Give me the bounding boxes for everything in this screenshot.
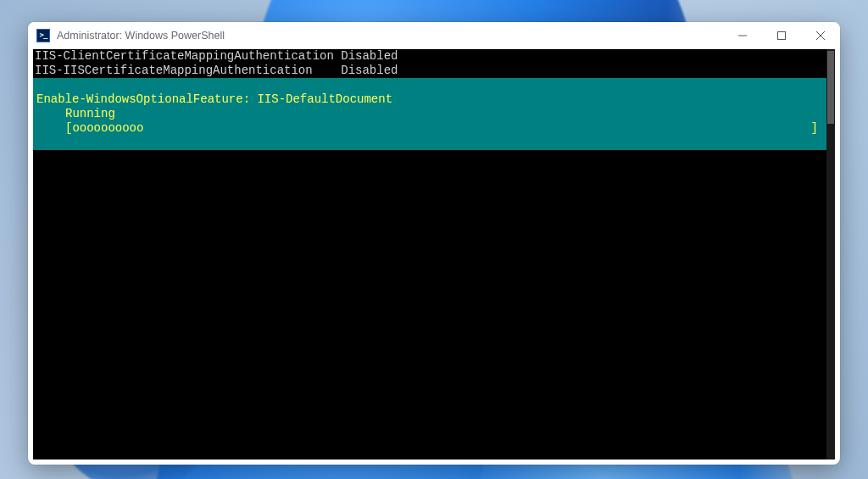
close-button[interactable] bbox=[801, 22, 840, 49]
progress-blank bbox=[35, 136, 825, 150]
minimize-button[interactable] bbox=[723, 22, 762, 49]
maximize-button[interactable] bbox=[762, 22, 801, 49]
window-controls bbox=[723, 22, 840, 49]
window-title: Administrator: Windows PowerShell bbox=[57, 30, 225, 42]
output-line: IIS-ClientCertificateMappingAuthenticati… bbox=[33, 49, 835, 64]
svg-rect-1 bbox=[778, 32, 786, 40]
progress-blank bbox=[35, 78, 825, 92]
titlebar[interactable]: Administrator: Windows PowerShell bbox=[28, 22, 840, 49]
powershell-icon bbox=[36, 29, 50, 42]
output-line: IIS-IISCertificateMappingAuthentication … bbox=[33, 64, 835, 78]
progress-title: Enable-WindowsOptionalFeature: IIS-Defau… bbox=[35, 92, 825, 107]
progress-status: Running bbox=[64, 107, 825, 121]
progress-bar-open: [ bbox=[65, 121, 72, 136]
terminal[interactable]: IIS-ClientCertificateMappingAuthenticati… bbox=[33, 49, 835, 460]
progress-panel: Enable-WindowsOptionalFeature: IIS-Defau… bbox=[33, 78, 826, 150]
progress-bar-close: ] bbox=[811, 121, 818, 136]
powershell-window: Administrator: Windows PowerShell IIS-Cl… bbox=[28, 22, 840, 465]
progress-bar-fill: oooooooooo bbox=[72, 121, 143, 136]
progress-bar: [oooooooooo] bbox=[35, 121, 825, 136]
scrollbar[interactable] bbox=[826, 49, 835, 460]
scrollbar-thumb[interactable] bbox=[827, 51, 834, 124]
